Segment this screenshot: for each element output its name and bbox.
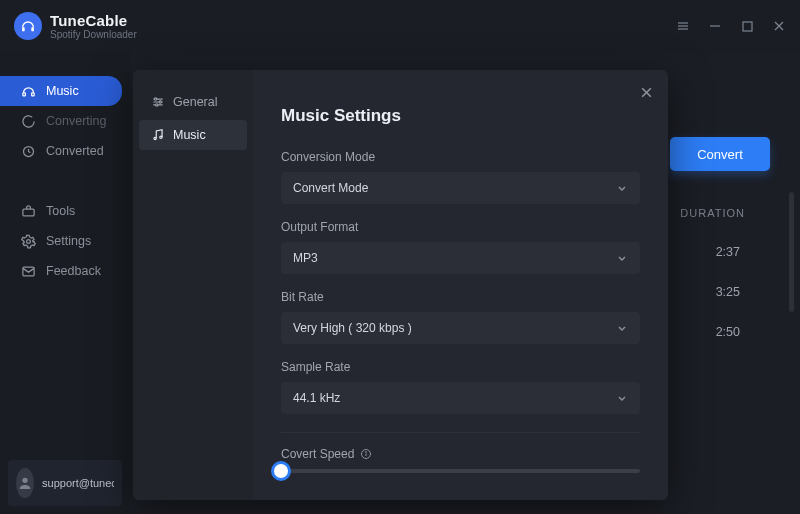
covert-speed-label: Covert Speed	[281, 447, 354, 461]
tab-label: Music	[173, 128, 206, 142]
field-conversion-mode: Conversion Mode Convert Mode	[281, 150, 640, 204]
select-output-format[interactable]: MP3	[281, 242, 640, 274]
svg-rect-1	[31, 27, 34, 31]
chevron-down-icon	[616, 252, 628, 264]
slider-covert-speed[interactable]	[281, 469, 640, 473]
table-row-duration: 2:37	[716, 245, 740, 259]
field-bit-rate: Bit Rate Very High ( 320 kbps )	[281, 290, 640, 344]
sidebar-item-settings[interactable]: Settings	[0, 226, 130, 256]
avatar	[16, 468, 34, 498]
content-area: Convert DURATION 2:37 3:25 2:50 General …	[130, 52, 800, 514]
select-value: Convert Mode	[293, 181, 368, 195]
chevron-down-icon	[616, 322, 628, 334]
titlebar: TuneCable Spotify Downloader	[0, 0, 800, 52]
gear-icon	[20, 233, 36, 249]
sidebar-item-label: Tools	[46, 204, 75, 218]
spinner-icon	[20, 113, 36, 129]
svg-point-21	[156, 104, 158, 106]
modal-close-icon[interactable]	[638, 84, 654, 100]
sidebar-item-tools[interactable]: Tools	[0, 196, 130, 226]
window-controls	[676, 19, 786, 33]
hamburger-icon[interactable]	[676, 19, 690, 33]
svg-point-15	[22, 478, 27, 483]
select-value: MP3	[293, 251, 318, 265]
slider-track	[281, 469, 640, 473]
divider	[281, 432, 640, 433]
svg-point-23	[160, 136, 162, 138]
svg-point-28	[366, 452, 367, 453]
maximize-icon[interactable]	[740, 19, 754, 33]
field-label: Bit Rate	[281, 290, 640, 304]
settings-tabs: General Music	[133, 70, 253, 500]
tab-label: General	[173, 95, 217, 109]
svg-rect-12	[22, 209, 33, 216]
sliders-icon	[151, 95, 165, 109]
chevron-down-icon	[616, 182, 628, 194]
svg-rect-9	[22, 92, 25, 95]
sidebar-item-music[interactable]: Music	[0, 76, 122, 106]
select-bit-rate[interactable]: Very High ( 320 kbps )	[281, 312, 640, 344]
sidebar-item-converted[interactable]: Converted	[0, 136, 130, 166]
sidebar-item-label: Converted	[46, 144, 104, 158]
support-email: support@tunecable.com	[42, 476, 114, 490]
svg-rect-0	[22, 27, 25, 31]
support-card[interactable]: support@tunecable.com	[8, 460, 122, 506]
select-value: 44.1 kHz	[293, 391, 340, 405]
select-value: Very High ( 320 kbps )	[293, 321, 412, 335]
sidebar-item-label: Converting	[46, 114, 106, 128]
modal-title: Music Settings	[281, 106, 640, 126]
svg-point-20	[159, 101, 161, 103]
field-covert-speed: Covert Speed	[281, 447, 640, 473]
field-sample-rate: Sample Rate 44.1 kHz	[281, 360, 640, 414]
sidebar-item-label: Settings	[46, 234, 91, 248]
field-label: Conversion Mode	[281, 150, 640, 164]
svg-point-13	[26, 239, 30, 243]
toolbox-icon	[20, 203, 36, 219]
sidebar-item-label: Feedback	[46, 264, 101, 278]
tab-general[interactable]: General	[139, 87, 247, 117]
svg-point-19	[155, 98, 157, 100]
field-output-format: Output Format MP3	[281, 220, 640, 274]
mail-icon	[20, 263, 36, 279]
svg-rect-10	[31, 92, 34, 95]
table-row-duration: 3:25	[716, 285, 740, 299]
minimize-icon[interactable]	[708, 19, 722, 33]
music-note-icon	[151, 128, 165, 142]
sidebar-item-feedback[interactable]: Feedback	[0, 256, 130, 286]
column-header-duration: DURATION	[680, 207, 745, 219]
scrollbar[interactable]	[789, 192, 794, 312]
close-icon[interactable]	[772, 19, 786, 33]
clock-icon	[20, 143, 36, 159]
sidebar-item-label: Music	[46, 84, 79, 98]
info-icon[interactable]	[360, 448, 372, 460]
convert-button[interactable]: Convert	[670, 137, 770, 171]
settings-modal: General Music Music Settings Conversion …	[133, 70, 668, 500]
field-label: Sample Rate	[281, 360, 640, 374]
svg-rect-6	[743, 22, 752, 31]
settings-body: Music Settings Conversion Mode Convert M…	[253, 70, 668, 500]
chevron-down-icon	[616, 392, 628, 404]
field-label: Output Format	[281, 220, 640, 234]
select-conversion-mode[interactable]: Convert Mode	[281, 172, 640, 204]
svg-point-22	[154, 137, 156, 139]
app-logo	[14, 12, 42, 40]
table-row-duration: 2:50	[716, 325, 740, 339]
brand: TuneCable Spotify Downloader	[14, 12, 137, 40]
slider-thumb[interactable]	[271, 461, 291, 481]
sidebar: Music Converting Converted Tools	[0, 52, 130, 514]
field-label: Covert Speed	[281, 447, 640, 461]
headphones-icon	[20, 83, 36, 99]
tab-music[interactable]: Music	[139, 120, 247, 150]
select-sample-rate[interactable]: 44.1 kHz	[281, 382, 640, 414]
brand-title: TuneCable	[50, 12, 137, 29]
brand-subtitle: Spotify Downloader	[50, 29, 137, 40]
sidebar-item-converting[interactable]: Converting	[0, 106, 130, 136]
